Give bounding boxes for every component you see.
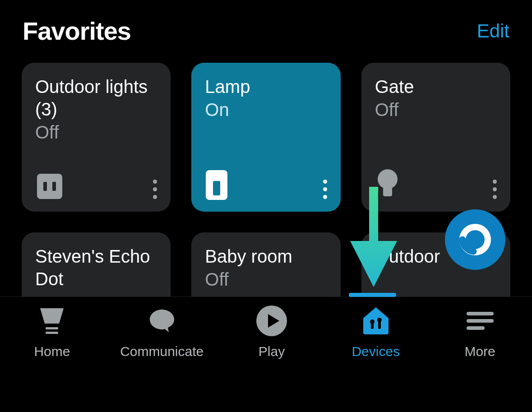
device-card-gate[interactable]: Gate Off xyxy=(361,63,510,212)
header-bar: Favorites Edit xyxy=(0,0,532,55)
page-title: Favorites xyxy=(23,16,131,46)
tab-home[interactable]: Home xyxy=(16,305,88,359)
svg-rect-1 xyxy=(43,182,47,191)
switch-icon xyxy=(205,169,228,201)
card-more-icon[interactable] xyxy=(153,180,157,201)
alexa-fab-button[interactable] xyxy=(445,209,505,270)
tab-play[interactable]: Play xyxy=(236,305,308,359)
tab-communicate[interactable]: Communicate xyxy=(120,305,204,359)
tab-label: Home xyxy=(34,344,70,359)
home-icon xyxy=(36,305,68,337)
chat-icon xyxy=(146,305,178,337)
svg-rect-9 xyxy=(46,332,58,334)
device-state: Off xyxy=(205,269,327,290)
tab-label: Devices xyxy=(352,344,400,359)
alexa-ring-icon xyxy=(459,223,491,256)
bottom-tab-bar: Home Communicate Play xyxy=(0,296,532,412)
device-card-outdoor-lights[interactable]: Outdoor lights (3) Off xyxy=(22,63,171,212)
device-card-baby-room[interactable]: Baby room Off xyxy=(191,232,340,305)
device-name: Steven's Echo Dot xyxy=(35,245,157,290)
devices-icon xyxy=(360,305,392,337)
device-name: Baby room xyxy=(205,245,327,268)
svg-rect-4 xyxy=(213,181,220,195)
svg-rect-15 xyxy=(467,312,494,315)
device-card-lamp[interactable]: Lamp On xyxy=(191,63,340,212)
svg-rect-16 xyxy=(467,319,494,323)
card-more-icon[interactable] xyxy=(323,180,327,201)
svg-rect-12 xyxy=(371,322,374,329)
favorites-grid: Outdoor lights (3) Off Lamp On xyxy=(0,55,532,305)
tab-label: Communicate xyxy=(120,344,204,359)
device-state: On xyxy=(205,100,327,120)
device-state: Off xyxy=(375,100,497,120)
tab-label: Play xyxy=(259,344,285,359)
bulb-icon xyxy=(375,168,400,201)
device-card-echo-dot[interactable]: Steven's Echo Dot xyxy=(22,232,171,305)
svg-point-5 xyxy=(378,169,398,189)
svg-rect-2 xyxy=(52,182,56,191)
svg-rect-0 xyxy=(37,174,62,199)
tab-more[interactable]: More xyxy=(444,305,516,359)
device-state: Off xyxy=(35,122,157,143)
svg-rect-14 xyxy=(378,320,381,329)
svg-rect-17 xyxy=(467,326,485,330)
device-name: Lamp xyxy=(205,75,327,98)
more-icon xyxy=(464,305,496,337)
card-more-icon[interactable] xyxy=(493,180,497,201)
play-icon xyxy=(256,305,287,337)
edit-button[interactable]: Edit xyxy=(477,20,509,42)
svg-rect-8 xyxy=(46,327,58,329)
tab-label: More xyxy=(464,344,495,359)
tab-devices[interactable]: Devices xyxy=(340,305,412,359)
svg-rect-6 xyxy=(383,187,392,196)
device-name: Outdoor lights (3) xyxy=(35,75,157,120)
device-name: Gate xyxy=(375,75,497,98)
plug-icon xyxy=(35,172,64,201)
